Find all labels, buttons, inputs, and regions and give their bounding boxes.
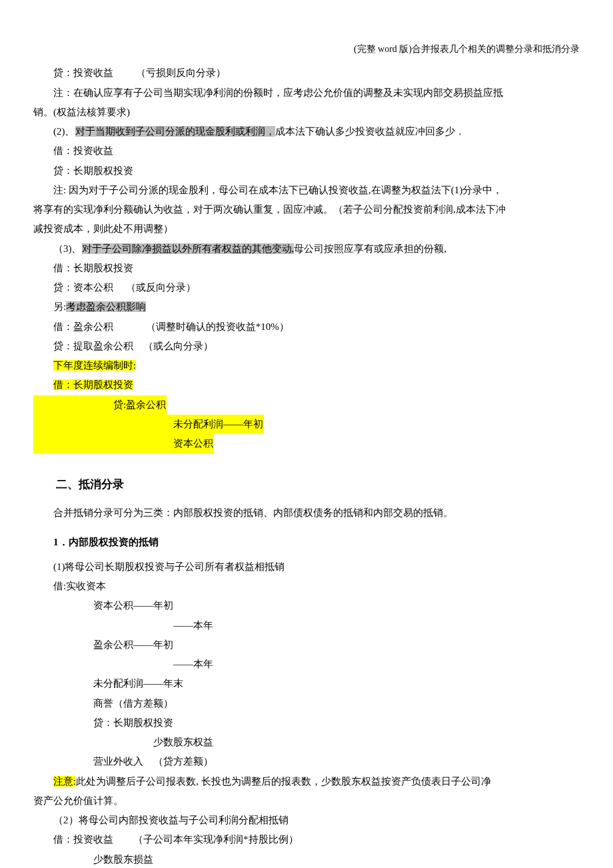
next-year-highlight: 下年度连续编制时: <box>53 360 136 371</box>
s2-line1: （2）将母公司内部投资收益与子公司利润分配相抵销 <box>33 811 580 830</box>
line-note2-b: 将享有的实现净利分额确认为收益，对于两次确认重复，固应冲减。（若子公司分配投资前… <box>33 200 580 219</box>
s1-line5: 盈余公积——年初 <box>33 635 580 655</box>
ny-credit3-highlight: 资本公积 <box>33 434 214 453</box>
s1-line2: 借:实收资本 <box>33 577 580 596</box>
s1-line1: (1)将母公司长期股权投资与子公司所有者权益相抵销 <box>33 557 580 577</box>
s1-line10: 少数股东权益 <box>33 733 580 752</box>
s1-line3: 资本公积——年初 <box>33 596 580 615</box>
subsection-1-title: 1．内部股权投资的抵销 <box>33 533 580 552</box>
line-ny-debit: 借：长期股权投资 <box>33 375 580 395</box>
section-2-title: 二、抵消分录 <box>33 473 580 495</box>
s1-line11: 营业外收入 （贷方差额） <box>33 752 580 771</box>
line-credit-capital-reserve: 贷：资本公积 （或反向分录） <box>33 278 580 297</box>
note-highlight: 注意: <box>53 776 76 787</box>
note-text: 此处为调整后子公司报表数, 长投也为调整后的报表数，少数股东权益按资产负债表日子… <box>76 776 491 787</box>
line-debit-surplus: 借：盈余公积 （调整时确认的投资收益*10%） <box>33 317 580 337</box>
line-credit-investment-income: 贷：投资收益 （亏损则反向分录） <box>33 63 580 83</box>
also-highlight: 考虑盈余公积影响 <box>66 301 146 312</box>
line-note-start: 注：在确认应享有子公司当期实现净利润的份额时，应考虑公允价值的调整及未实现内部交… <box>33 83 580 103</box>
line-item3: （3)、对于子公司除净损益以外所有者权益的其他变动,母公司按照应享有或应承担的份… <box>33 239 580 259</box>
item2-highlight: 对于当期收到子公司分派的现金股利或利润， <box>75 126 275 137</box>
note-line: 注意:此处为调整后子公司报表数, 长投也为调整后的报表数，少数股东权益按资产负债… <box>33 772 580 791</box>
ny-debit-highlight: 借：长期股权投资 <box>53 379 133 390</box>
line-debit-longterm: 借：长期股权投资 <box>33 259 580 278</box>
s1-line7: 未分配利润——年末 <box>33 674 580 693</box>
s1-line4: ——本年 <box>33 616 580 635</box>
line-note-cont: 销。(权益法核算要求) <box>33 103 580 122</box>
item3-num: （3)、 <box>53 243 82 254</box>
line-ny-credit2: 未分配利润——年初 <box>33 415 580 434</box>
line-note2-c: 减投资成本，则此处不用调整） <box>33 219 580 239</box>
line-credit-extract-surplus: 贷：提取盈余公积 （或么向分录） <box>33 337 580 356</box>
s2-line2: 借：投资收益 （子公司本年实现净利润*持股比例） <box>33 830 580 849</box>
line-note2-a: 注: 因为对于子公司分派的现金股利，母公司在成本法下已确认投资收益,在调整为权益… <box>33 181 580 200</box>
ny-credit2-highlight: 未分配利润——年初 <box>33 415 264 434</box>
item3-tail: 母公司按照应享有或应承担的份额, <box>294 243 446 254</box>
line-ny-credit1: 贷:盈余公积 <box>33 395 580 415</box>
section-2-intro: 合并抵销分录可分为三类：内部股权投资的抵销、内部债权债务的抵销和内部交易的抵销。 <box>33 503 580 523</box>
line-item2: (2)、对于当期收到子公司分派的现金股利或利润，成本法下确认多少投资收益就应冲回… <box>33 122 580 141</box>
s1-line9: 贷：长期股权投资 <box>33 713 580 733</box>
item2-num: (2)、 <box>53 126 75 137</box>
s2-line3: 少数股东损益 <box>33 850 580 868</box>
s1-line8: 商誉（借方差额） <box>33 694 580 713</box>
line-debit-investment-income: 借：投资收益 <box>33 141 580 161</box>
note-cont: 资产公允价值计算。 <box>33 791 580 811</box>
item2-tail: 成本法下确认多少投资收益就应冲回多少． <box>275 126 465 137</box>
ny-credit1-highlight: 贷:盈余公积 <box>33 395 167 415</box>
line-credit-longterm-equity: 贷：长期股权投资 <box>33 161 580 181</box>
line-next-year: 下年度连续编制时: <box>33 356 580 375</box>
also-prefix: 另: <box>53 301 66 312</box>
item3-highlight: 对于子公司除净损益以外所有者权益的其他变动, <box>82 243 295 254</box>
s1-line6: ——本年 <box>33 655 580 674</box>
line-ny-credit3: 资本公积 <box>33 434 580 453</box>
page-header: (完整 word 版)合并报表几个相关的调整分录和抵消分录 <box>33 40 580 58</box>
line-also: 另:考虑盈余公积影响 <box>33 297 580 317</box>
